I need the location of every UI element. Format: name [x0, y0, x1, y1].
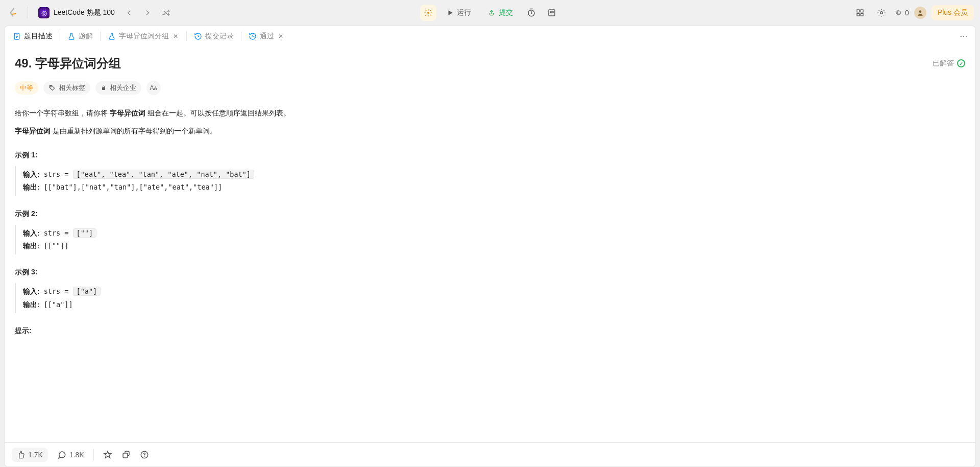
example-output-value: [["bat"],["nat","tan"],["ate","eat","tea…: [44, 183, 223, 191]
flask-icon: [108, 32, 116, 40]
check-icon: [957, 59, 965, 67]
companies-label: 相关企业: [110, 83, 136, 92]
submit-button[interactable]: 提交: [481, 5, 519, 21]
tab-submissions[interactable]: 提交记录: [191, 30, 237, 43]
streak-counter[interactable]: 0: [895, 9, 909, 17]
svg-rect-7: [861, 13, 863, 16]
comments-button[interactable]: 1.8K: [57, 450, 84, 459]
leetcode-logo[interactable]: [6, 6, 20, 20]
premium-button[interactable]: Plus 会员: [932, 5, 974, 20]
layout-button[interactable]: [852, 5, 868, 21]
tab-separator: [186, 32, 187, 41]
example-input-prefix: strs =: [44, 229, 73, 237]
difficulty-badge: 中等: [15, 81, 38, 95]
streak-count: 0: [905, 9, 909, 17]
example-input-value: ["a"]: [73, 287, 101, 296]
tab-note-label: 字母异位词分组: [119, 32, 169, 41]
run-controls: 运行 提交: [420, 5, 560, 21]
problem-description: 给你一个字符串数组，请你将 字母异位词 组合在一起。可以按任意顺序返回结果列表。…: [15, 106, 965, 137]
feedback-button[interactable]: [140, 450, 149, 459]
next-problem-button[interactable]: [140, 6, 155, 20]
svg-rect-16: [123, 453, 128, 458]
tab-editorial[interactable]: 题解: [64, 30, 96, 43]
input-label: 输入:: [23, 288, 40, 295]
divider: [28, 7, 28, 18]
history-icon: [194, 32, 202, 40]
submit-label: 提交: [499, 8, 513, 17]
like-button[interactable]: 1.7K: [12, 448, 48, 462]
settings-button[interactable]: [873, 5, 890, 21]
prev-problem-button[interactable]: [122, 6, 136, 20]
content-scroll[interactable]: 49. 字母异位词分组 已解答 中等 相关标签 相关企业 Aᴀ 给你一个字符串数…: [5, 46, 975, 442]
desc-text: 组合在一起。可以按任意顺序返回结果列表。: [145, 109, 290, 117]
problem-title: 49. 字母异位词分组: [15, 55, 121, 72]
app-bar: LeetCode 热题 100 运行 提交: [0, 0, 980, 26]
input-label: 输入:: [23, 229, 40, 237]
svg-point-12: [963, 35, 965, 37]
footer-bar: 1.7K 1.8K: [4, 442, 976, 467]
description-icon: [13, 32, 21, 40]
svg-rect-5: [861, 10, 863, 12]
desc-text: 是由重新排列源单词的所有字母得到的一个新单词。: [51, 127, 217, 135]
companies-button[interactable]: 相关企业: [95, 81, 141, 95]
tab-submissions-label: 提交记录: [205, 32, 234, 41]
tab-separator: [60, 32, 60, 41]
tab-description[interactable]: 题目描述: [10, 30, 56, 43]
run-label: 运行: [457, 8, 471, 17]
tab-accepted-label: 通过: [260, 32, 274, 41]
flask-icon: [67, 32, 76, 40]
user-avatar[interactable]: [914, 7, 926, 19]
svg-point-11: [960, 35, 962, 37]
tab-separator: [100, 32, 101, 41]
content-pane: 49. 字母异位词分组 已解答 中等 相关标签 相关企业 Aᴀ 给你一个字符串数…: [4, 46, 976, 442]
shuffle-button[interactable]: [159, 6, 173, 20]
svg-rect-15: [102, 87, 105, 90]
tab-description-label: 题目描述: [24, 32, 53, 41]
svg-point-8: [880, 12, 883, 14]
comments-count: 1.8K: [69, 451, 84, 459]
debug-button[interactable]: [420, 5, 436, 21]
playlist-title: LeetCode 热题 100: [54, 8, 115, 17]
desc-bold: 字母异位词: [110, 109, 145, 117]
hints-heading: 提示:: [15, 326, 965, 336]
like-count: 1.7K: [28, 451, 43, 459]
run-button[interactable]: 运行: [440, 5, 477, 21]
divider: [93, 449, 94, 460]
svg-rect-4: [857, 10, 860, 12]
example-input-value: ["eat", "tea", "tan", "ate", "nat", "bat…: [73, 170, 254, 179]
example-block: 输入: strs = ["a"]输出: [["a"]]: [15, 283, 965, 313]
tab-note[interactable]: 字母异位词分组 ✕: [105, 30, 182, 43]
tab-separator: [241, 32, 241, 41]
example-input-value: [""]: [73, 228, 97, 238]
desc-bold: 字母异位词: [15, 127, 51, 135]
svg-rect-6: [857, 13, 860, 16]
example-block: 输入: strs = [""]输出: [[""]]: [15, 225, 965, 255]
example-block: 输入: strs = ["eat", "tea", "tan", "ate", …: [15, 166, 965, 196]
text-size-button[interactable]: Aᴀ: [146, 81, 161, 95]
tags-button[interactable]: 相关标签: [43, 81, 90, 95]
tab-overflow-button[interactable]: [957, 30, 970, 43]
svg-point-13: [966, 35, 967, 37]
problem-list-chip[interactable]: LeetCode 热题 100: [35, 5, 118, 20]
appbar-right: 0 Plus 会员: [852, 5, 974, 21]
share-button[interactable]: [121, 450, 131, 459]
history-icon: [249, 32, 257, 40]
notes-button[interactable]: [544, 5, 560, 21]
output-label: 输出:: [23, 242, 40, 250]
timer-button[interactable]: [523, 5, 540, 21]
close-icon[interactable]: ✕: [172, 33, 179, 40]
example-output-value: [[""]]: [44, 242, 69, 250]
tab-accepted[interactable]: 通过 ✕: [246, 30, 287, 43]
solved-indicator: 已解答: [933, 59, 965, 68]
solved-label: 已解答: [933, 59, 954, 68]
meta-row: 中等 相关标签 相关企业 Aᴀ: [15, 81, 965, 95]
playlist-icon: [38, 7, 50, 18]
favorite-button[interactable]: [103, 450, 112, 459]
example-output-value: [["a"]]: [44, 300, 73, 309]
close-icon[interactable]: ✕: [277, 33, 284, 40]
svg-point-14: [51, 86, 52, 87]
tab-strip: 题目描述 题解 字母异位词分组 ✕ 提交记录 通过 ✕: [4, 26, 976, 46]
svg-point-9: [919, 10, 922, 13]
output-label: 输出:: [23, 301, 40, 309]
example-heading: 示例 2:: [15, 209, 965, 219]
